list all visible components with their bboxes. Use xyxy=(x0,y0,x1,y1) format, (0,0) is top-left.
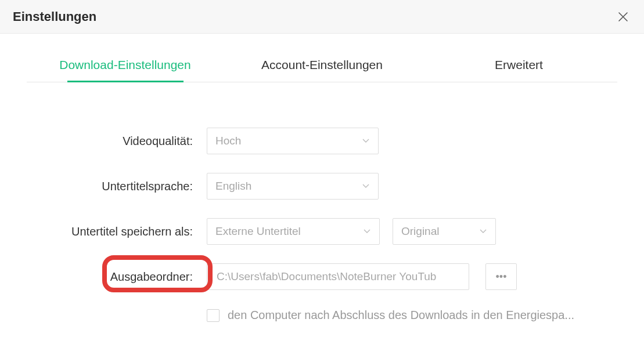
video-quality-label: Videoqualität: xyxy=(27,135,207,148)
subtitle-language-value: English xyxy=(215,180,251,193)
subtitle-save-label: Untertitel speichern als: xyxy=(27,225,207,238)
output-folder-field[interactable]: C:\Users\fab\Documents\NoteBurner YouTub xyxy=(207,263,469,290)
row-subtitle-language: Untertitelsprache: English xyxy=(27,173,617,200)
row-sleep-checkbox: den Computer nach Abschluss des Download… xyxy=(27,309,617,322)
video-quality-select[interactable]: Hoch xyxy=(207,128,379,154)
dialog-header: Einstellungen xyxy=(0,0,644,34)
output-folder-value: C:\Users\fab\Documents\NoteBurner YouTub xyxy=(217,270,436,283)
row-subtitle-save-as: Untertitel speichern als: Externe Untert… xyxy=(27,218,617,245)
browse-button[interactable]: ••• xyxy=(485,263,517,290)
chevron-down-icon xyxy=(362,180,370,193)
output-folder-label: Ausgabeordner: xyxy=(27,270,207,284)
video-quality-value: Hoch xyxy=(215,135,241,147)
sleep-checkbox-label: den Computer nach Abschluss des Download… xyxy=(228,309,574,322)
tab-bar: Download-Einstellungen Account-Einstellu… xyxy=(27,58,617,82)
subtitle-language-label: Untertitelsprache: xyxy=(27,180,207,193)
close-icon xyxy=(618,12,628,22)
subtitle-save-value: Externe Untertitel xyxy=(215,225,301,238)
chevron-down-icon xyxy=(479,225,487,238)
dialog-title: Einstellungen xyxy=(13,9,96,24)
close-button[interactable] xyxy=(615,9,631,25)
tab-download-settings[interactable]: Download-Einstellungen xyxy=(27,58,224,82)
ellipsis-icon: ••• xyxy=(496,271,507,283)
sleep-after-download-checkbox[interactable] xyxy=(207,309,220,322)
subtitle-original-value: Original xyxy=(401,225,439,238)
chevron-down-icon xyxy=(363,225,371,238)
subtitle-language-select[interactable]: English xyxy=(207,173,379,200)
tab-account-settings[interactable]: Account-Einstellungen xyxy=(224,58,420,82)
chevron-down-icon xyxy=(362,135,370,147)
tab-advanced[interactable]: Erweitert xyxy=(420,58,617,82)
subtitle-save-select[interactable]: Externe Untertitel xyxy=(207,218,380,245)
row-video-quality: Videoqualität: Hoch xyxy=(27,128,617,154)
subtitle-original-select[interactable]: Original xyxy=(393,218,496,245)
row-output-folder: Ausgabeordner: C:\Users\fab\Documents\No… xyxy=(27,263,617,290)
settings-form: Videoqualität: Hoch Untertitelsprache: E… xyxy=(0,128,644,322)
